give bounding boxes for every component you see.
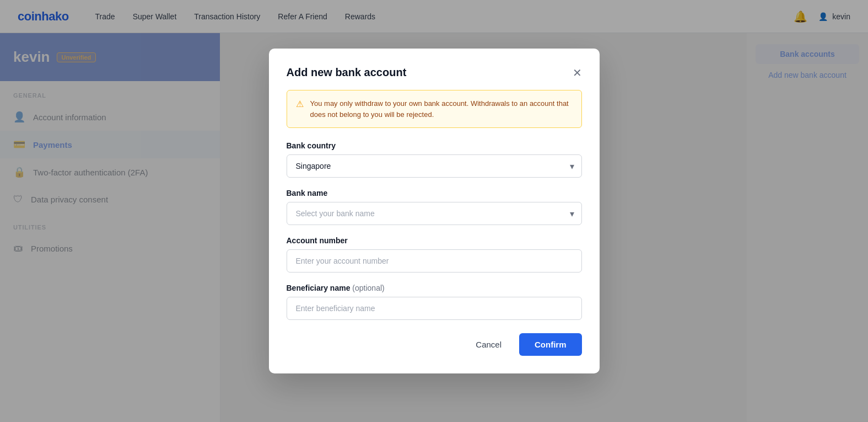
- warning-icon: ⚠: [296, 99, 304, 109]
- account-number-label: Account number: [287, 236, 582, 245]
- bank-name-label: Bank name: [287, 189, 582, 197]
- bank-country-group: Bank country Singapore ▾: [287, 141, 582, 178]
- bank-name-select-wrapper: Select your bank name ▾: [287, 202, 582, 225]
- bank-country-label: Bank country: [287, 141, 582, 150]
- bank-country-select[interactable]: Singapore: [287, 154, 582, 178]
- modal-header: Add new bank account ✕: [287, 66, 582, 79]
- cancel-button[interactable]: Cancel: [467, 334, 510, 355]
- beneficiary-name-input[interactable]: [287, 297, 582, 320]
- bank-name-group: Bank name Select your bank name ▾: [287, 189, 582, 225]
- modal-title: Add new bank account: [287, 66, 407, 79]
- close-button[interactable]: ✕: [573, 67, 582, 78]
- add-bank-account-modal: Add new bank account ✕ ⚠ You may only wi…: [269, 49, 600, 373]
- modal-footer: Cancel Confirm: [287, 333, 582, 356]
- account-number-group: Account number: [287, 236, 582, 273]
- beneficiary-name-label: Beneficiary name (optional): [287, 284, 582, 292]
- modal-overlay: Add new bank account ✕ ⚠ You may only wi…: [0, 0, 868, 422]
- confirm-button[interactable]: Confirm: [519, 333, 582, 356]
- warning-box: ⚠ You may only withdraw to your own bank…: [287, 90, 582, 128]
- bank-country-select-wrapper: Singapore ▾: [287, 154, 582, 178]
- bank-name-select[interactable]: Select your bank name: [287, 202, 582, 225]
- warning-text: You may only withdraw to your own bank a…: [310, 98, 573, 120]
- beneficiary-name-group: Beneficiary name (optional): [287, 284, 582, 320]
- account-number-input[interactable]: [287, 249, 582, 273]
